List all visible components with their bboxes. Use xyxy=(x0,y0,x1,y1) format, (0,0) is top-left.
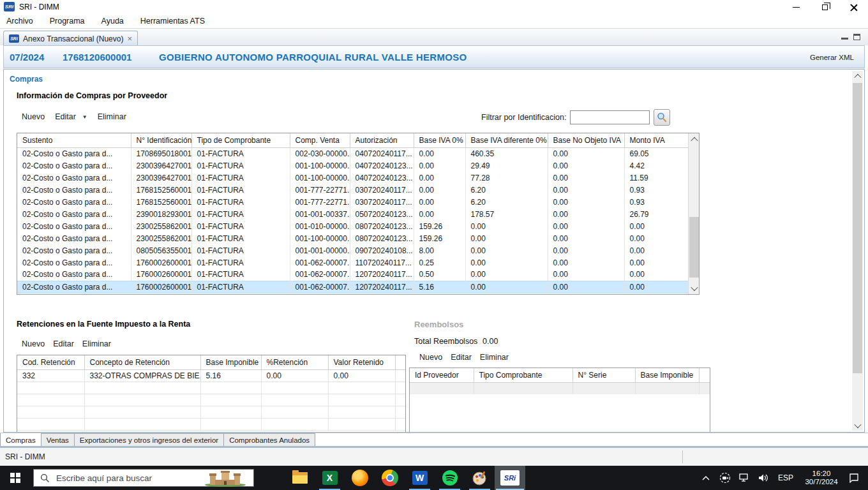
taskbar-app-sri-dimm[interactable]: SRi xyxy=(495,466,525,490)
table-cell: 02-Costo o Gasto para d... xyxy=(17,281,131,293)
col-identificacion[interactable]: N° Identificación xyxy=(131,133,191,147)
scrollbar-thumb[interactable] xyxy=(689,217,699,278)
filter-row: Filtrar por Identificacion: xyxy=(481,109,670,126)
action-center-icon[interactable] xyxy=(846,466,862,490)
tab-exportaciones[interactable]: Exportaciones y otros ingresos del exter… xyxy=(75,433,224,447)
col-base-imponible[interactable]: Base Imponible xyxy=(200,355,261,369)
search-icon xyxy=(40,473,50,483)
minimize-button[interactable] xyxy=(782,0,811,14)
editar-dropdown-icon[interactable]: ▼ xyxy=(82,114,87,120)
retenciones-eliminar-button[interactable]: Eliminar xyxy=(82,339,111,348)
language-indicator[interactable]: ESP xyxy=(775,473,797,482)
nuevo-button[interactable]: Nuevo xyxy=(22,112,45,121)
scroll-down-icon[interactable] xyxy=(689,282,700,294)
table-row[interactable]: 332332-OTRAS COMPRAS DE BIE...5.160.000.… xyxy=(17,369,405,382)
retenciones-editar-button[interactable]: Editar xyxy=(53,339,74,348)
table-row[interactable]: 02-Costo o Gasto para d...23002558620010… xyxy=(17,232,689,244)
col-serie[interactable]: N° Serie xyxy=(572,368,635,382)
page-scroll-up-icon[interactable] xyxy=(852,71,863,82)
start-button[interactable] xyxy=(0,466,31,490)
search-icon xyxy=(656,112,668,123)
col-pct-retencion[interactable]: %Retención xyxy=(261,355,328,369)
taskbar-app-firefox[interactable] xyxy=(345,466,375,490)
taskbar-app-paint[interactable] xyxy=(465,466,495,490)
taskbar-app-chrome[interactable] xyxy=(375,466,405,490)
table-row[interactable]: 02-Costo o Gasto para d...23003964270010… xyxy=(17,160,689,172)
reembolsos-eliminar-button[interactable]: Eliminar xyxy=(480,353,509,362)
close-button[interactable] xyxy=(839,0,868,14)
network-icon[interactable] xyxy=(737,466,752,490)
table-row[interactable]: 02-Costo o Gasto para d...17600026000010… xyxy=(17,269,689,281)
filter-input[interactable] xyxy=(570,110,650,124)
panel-maximize-icon[interactable] xyxy=(853,34,860,40)
panel-minimize-icon[interactable] xyxy=(841,34,848,40)
table-cell: 01-FACTURA xyxy=(191,172,290,184)
filter-search-button[interactable] xyxy=(654,109,670,126)
table-cell: 001-001-00000... xyxy=(290,244,350,256)
col-tipo-comprobante[interactable]: Tipo de Comprobante xyxy=(191,133,290,147)
table-row[interactable]: 02-Costo o Gasto para d...17681525600010… xyxy=(17,196,689,208)
col-id-proveedor[interactable]: Id Proveedor xyxy=(410,368,474,382)
menu-item-programa[interactable]: Programa xyxy=(50,17,85,26)
table-row-empty[interactable] xyxy=(17,406,405,418)
col-base-iva-diferente[interactable]: Base IVA diferente 0% xyxy=(465,133,548,147)
table-cell: 001-100-00000... xyxy=(290,172,350,184)
taskbar-app-word[interactable]: W xyxy=(405,466,435,490)
col-comp-venta[interactable]: Comp. Venta xyxy=(290,133,350,147)
table-row[interactable]: 02-Costo o Gasto para d...23002558620010… xyxy=(17,220,689,232)
col-tipo-comprobante-reem[interactable]: Tipo Comprobante xyxy=(474,368,572,382)
col-base-imponible-reem[interactable]: Base Imponible xyxy=(635,368,699,382)
col-valor-retenido[interactable]: Valor Retenido xyxy=(328,355,395,369)
tab-compras[interactable]: Compras xyxy=(0,433,41,447)
table-cell: 0.00 xyxy=(465,281,548,293)
page-scrollbar-thumb[interactable] xyxy=(853,83,862,373)
retenciones-nuevo-button[interactable]: Nuevo xyxy=(22,339,45,348)
table-row-empty[interactable] xyxy=(17,418,405,430)
table-row[interactable]: 02-Costo o Gasto para d...08050563550010… xyxy=(17,244,689,256)
taskbar-app-file-explorer[interactable] xyxy=(285,466,315,490)
retenciones-table: Cod. Retención Concepto de Retención Bas… xyxy=(17,355,406,433)
table-cell: 001-100-00000... xyxy=(290,160,350,172)
compras-table-scrollbar[interactable] xyxy=(688,133,699,294)
taskbar-search[interactable]: Escribe aquí para buscar xyxy=(33,469,254,487)
menu-item-archivo[interactable]: Archivo xyxy=(6,17,33,26)
table-row[interactable]: 02-Costo o Gasto para d...23003964270010… xyxy=(17,172,689,184)
col-monto-iva[interactable]: Monto IVA xyxy=(624,133,689,147)
table-row-empty[interactable] xyxy=(17,382,405,394)
menu-item-herramientas-ats[interactable]: Herramientas ATS xyxy=(140,17,205,26)
tab-ventas[interactable]: Ventas xyxy=(41,433,75,447)
page-scroll-down-icon[interactable] xyxy=(852,420,863,431)
window-title: SRI - DIMM xyxy=(19,3,59,11)
volume-icon[interactable] xyxy=(756,466,771,490)
menu-item-ayuda[interactable]: Ayuda xyxy=(101,17,124,26)
table-row-empty[interactable] xyxy=(17,394,405,406)
clock[interactable]: 16:20 30/7/2024 xyxy=(800,470,842,486)
col-base-no-objeto[interactable]: Base No Objeto IVA xyxy=(548,133,624,147)
table-row[interactable]: 02-Costo o Gasto para d...23900182930010… xyxy=(17,208,689,220)
tray-chevron-up-icon[interactable] xyxy=(698,466,714,490)
tab-anexo-transaccional[interactable]: SRi Anexo Transaccional (Nuevo) × xyxy=(3,31,138,46)
scroll-up-icon[interactable] xyxy=(689,133,700,145)
table-row[interactable]: 02-Costo o Gasto para d...17681525600010… xyxy=(17,184,689,196)
reembolsos-nuevo-button[interactable]: Nuevo xyxy=(419,353,442,362)
col-cod-retencion[interactable]: Cod. Retención xyxy=(17,355,84,369)
restore-button[interactable] xyxy=(811,0,839,14)
col-base-iva-0[interactable]: Base IVA 0% xyxy=(414,133,465,147)
table-row[interactable]: 02-Costo o Gasto para d...17086950180010… xyxy=(17,147,689,160)
col-sustento[interactable]: Sustento xyxy=(17,133,131,147)
generar-xml-button[interactable]: Generar XML xyxy=(810,54,854,61)
taskbar-app-excel[interactable]: X xyxy=(315,466,345,490)
eliminar-button[interactable]: Eliminar xyxy=(98,112,126,121)
table-row[interactable]: 02-Costo o Gasto para d...17600026000010… xyxy=(17,256,689,269)
tab-close-icon[interactable]: × xyxy=(127,35,132,43)
col-concepto[interactable]: Concepto de Retención xyxy=(84,355,200,369)
editar-button[interactable]: Editar xyxy=(55,112,76,121)
compras-panel: Compras Información de Compras por Prove… xyxy=(3,69,865,433)
page-scrollbar[interactable] xyxy=(852,71,863,431)
taskbar-app-spotify[interactable] xyxy=(435,466,465,490)
table-row[interactable]: 02-Costo o Gasto para d...17600026000010… xyxy=(17,281,689,293)
reembolsos-editar-button[interactable]: Editar xyxy=(451,353,472,362)
meet-now-icon[interactable] xyxy=(717,466,733,490)
col-autorizacion[interactable]: Autorización xyxy=(350,133,414,147)
tab-comprobantes-anulados[interactable]: Comprobantes Anulados xyxy=(224,433,315,447)
